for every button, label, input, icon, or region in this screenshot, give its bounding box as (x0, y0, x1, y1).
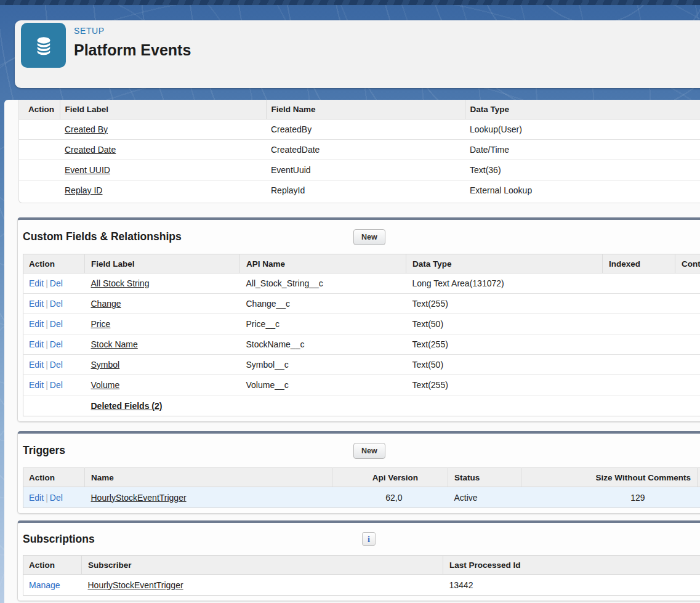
edit-link[interactable]: Edit (29, 380, 44, 390)
controlling-field-cell (675, 294, 700, 314)
platform-events-database-icon (21, 23, 66, 68)
data-type: Text(255) (406, 334, 603, 355)
data-type: Date/Time (465, 139, 700, 160)
field-label-link[interactable]: Created By (65, 124, 108, 134)
column-header-size-without-comments: Size Without Comments (521, 468, 698, 487)
api-name: All_Stock_String__c (240, 273, 406, 294)
edit-link[interactable]: Edit (29, 278, 44, 288)
api-name: Volume__c (240, 375, 406, 395)
data-type: Lookup(User) (465, 119, 700, 139)
edit-link[interactable]: Edit (29, 360, 44, 370)
field-label-link[interactable]: Price (91, 319, 111, 329)
page-title: Platform Events (74, 41, 191, 59)
table-row: Created Date CreatedDate Date/Time (19, 139, 700, 160)
manage-link[interactable]: Manage (29, 580, 60, 590)
subscriptions-table: Action Subscriber Last Processed Id Mana… (23, 555, 700, 596)
field-label-link[interactable]: Volume (91, 380, 120, 390)
section-title-triggers: Triggers (23, 444, 65, 457)
column-header-api-name: API Name (240, 254, 406, 273)
info-icon[interactable]: i (362, 532, 376, 546)
section-title-subscriptions: Subscriptions (23, 533, 95, 546)
triggers-table: Action Name Api Version Status Size With… (23, 467, 700, 508)
custom-fields-table: Action Field Label API Name Data Type In… (23, 254, 700, 416)
section-title-custom-fields: Custom Fields & Relationships (23, 230, 182, 243)
data-type: External Lookup (465, 180, 700, 200)
table-row: Edit|Del All Stock String All_Stock_Stri… (23, 273, 700, 294)
deleted-fields-row: Deleted Fields (2) (23, 395, 700, 416)
table-row: Edit|Del Volume Volume__c Text(255) (23, 375, 700, 395)
table-row: Event UUID EventUuid Text(36) (19, 160, 700, 180)
column-header-api-version: Api Version (332, 468, 448, 487)
column-header-last-processed-id: Last Processed Id (443, 556, 700, 575)
indexed-cell (603, 375, 675, 395)
new-custom-field-button[interactable]: New (353, 229, 385, 245)
field-name: CreatedBy (266, 119, 465, 139)
column-header-data-type: Data Type (406, 254, 603, 273)
controlling-field-cell (675, 314, 700, 334)
window-top-strip (0, 0, 700, 5)
del-link[interactable]: Del (50, 360, 63, 370)
controlling-field-cell (675, 355, 700, 375)
column-header-indexed: Indexed (603, 254, 675, 273)
subscriber-link[interactable]: HourlyStockEventTrigger (88, 580, 183, 590)
column-header-field-name: Field Name (266, 100, 465, 119)
last-processed-id: 13442 (443, 575, 700, 596)
standard-fields-card: Action Field Label Field Name Data Type … (18, 100, 700, 203)
data-type: Text(255) (406, 294, 603, 314)
table-row: Edit|Del Price Price__c Text(50) (23, 314, 700, 334)
column-header-name: Name (85, 468, 332, 487)
column-header-field-label: Field Label (85, 254, 240, 273)
api-name: Change__c (240, 294, 406, 314)
size-without-comments: 129 (521, 487, 698, 508)
triggers-section: Triggers New Action Name Api Version Sta… (17, 431, 700, 514)
column-header-action: Action (23, 468, 85, 487)
field-label-link[interactable]: Stock Name (91, 339, 138, 349)
field-label-link[interactable]: Event UUID (65, 165, 110, 175)
controlling-field-cell (675, 273, 700, 294)
indexed-cell (603, 294, 675, 314)
del-link[interactable]: Del (50, 319, 63, 329)
setup-breadcrumb[interactable]: SETUP (74, 26, 105, 36)
api-name: Price__c (240, 314, 406, 334)
column-header-subscriber: Subscriber (82, 556, 443, 575)
del-link[interactable]: Del (50, 339, 63, 349)
table-row: Edit|Del Change Change__c Text(255) (23, 294, 700, 314)
table-header-row: Action Subscriber Last Processed Id (23, 556, 700, 575)
field-label-link[interactable]: Replay ID (65, 185, 102, 195)
field-name: CreatedDate (266, 139, 465, 160)
edit-link[interactable]: Edit (29, 493, 44, 503)
new-trigger-button[interactable]: New (353, 443, 385, 459)
api-name: Symbol__c (240, 355, 406, 375)
table-header-row: Action Field Label API Name Data Type In… (23, 254, 700, 273)
edit-link[interactable]: Edit (29, 299, 44, 309)
column-header-action: Action (23, 254, 85, 273)
api-version: 62,0 (332, 487, 448, 508)
column-header-controlling-field: Controlling Field (675, 254, 700, 273)
del-link[interactable]: Del (50, 299, 63, 309)
column-header-action: Action (23, 556, 82, 575)
field-label-link[interactable]: All Stock String (91, 278, 150, 288)
table-header-row: Action Field Label Field Name Data Type (19, 100, 700, 119)
column-header-action: Action (19, 100, 60, 119)
controlling-field-cell (675, 334, 700, 355)
field-label-link[interactable]: Change (91, 299, 121, 309)
trigger-name-link[interactable]: HourlyStockEventTrigger (91, 493, 187, 503)
edit-link[interactable]: Edit (29, 339, 44, 349)
edit-link[interactable]: Edit (29, 319, 44, 329)
del-link[interactable]: Del (50, 493, 63, 503)
standard-fields-table: Action Field Label Field Name Data Type … (19, 100, 700, 200)
field-label-link[interactable]: Symbol (91, 360, 120, 370)
column-header-data-type: Data Type (465, 100, 700, 119)
table-header-row: Action Name Api Version Status Size With… (23, 468, 700, 487)
table-row: Replay ID ReplayId External Lookup (19, 180, 700, 200)
table-row: Edit|Del Symbol Symbol__c Text(50) (23, 355, 700, 375)
indexed-cell (603, 355, 675, 375)
deleted-fields-link[interactable]: Deleted Fields (2) (91, 401, 163, 411)
data-type: Text(36) (465, 160, 700, 180)
table-row: Created By CreatedBy Lookup(User) (19, 119, 700, 139)
data-type: Long Text Area(131072) (406, 273, 603, 294)
field-label-link[interactable]: Created Date (65, 145, 116, 155)
del-link[interactable]: Del (50, 278, 63, 288)
del-link[interactable]: Del (50, 380, 63, 390)
data-type: Text(255) (406, 375, 603, 395)
